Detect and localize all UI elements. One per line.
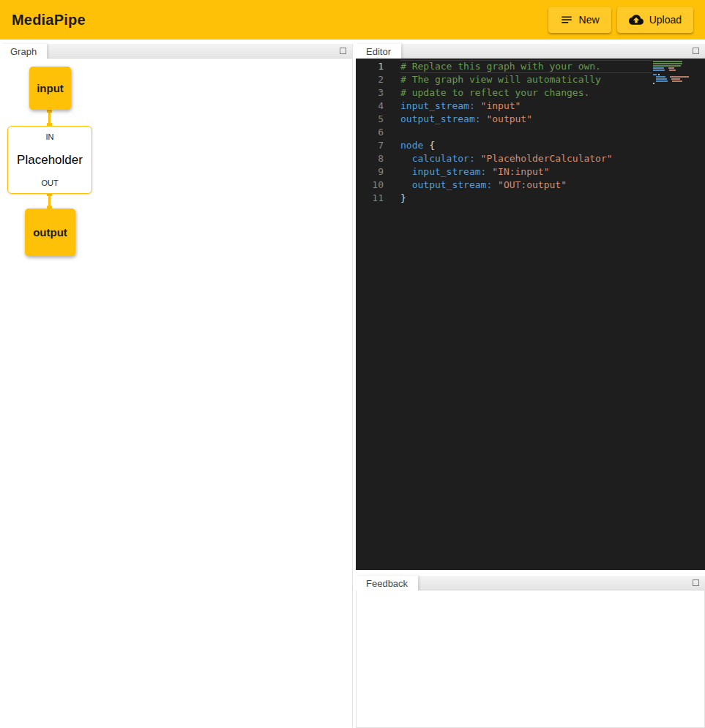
editor-tabbar: Editor: [356, 44, 705, 59]
tab-editor-label: Editor: [366, 46, 391, 57]
in-port-label: IN: [46, 132, 54, 141]
app-header: MediaPipe New Upload: [0, 0, 705, 40]
out-port-label: OUT: [41, 179, 58, 187]
minimap[interactable]: [653, 61, 694, 85]
maximize-icon[interactable]: [693, 579, 699, 586]
tab-feedback-label: Feedback: [366, 578, 408, 589]
code-line: output_stream: "OUT:output": [400, 179, 652, 192]
placeholder-node-label: Placeholder: [17, 153, 83, 168]
tab-editor[interactable]: Editor: [356, 44, 401, 59]
code-line: # Replace this graph with your own.: [400, 60, 652, 73]
mediapipe-app: MediaPipe New Upload: [0, 0, 705, 728]
new-button[interactable]: New: [548, 7, 611, 33]
code-line: input_stream: "input": [400, 100, 652, 113]
cloud-upload-icon: [629, 12, 644, 27]
maximize-icon[interactable]: [340, 48, 346, 54]
node-input-stream[interactable]: input: [29, 67, 71, 110]
code-line: input_stream: "IN:input": [400, 165, 652, 179]
code-line: [400, 126, 652, 139]
code-line: calculator: "PlaceholderCalculator": [400, 152, 652, 165]
header-actions: New Upload: [548, 7, 693, 33]
graph-panel: Graph input IN Placeholder OUT output: [0, 44, 353, 728]
new-button-label: New: [579, 14, 600, 26]
graph-canvas[interactable]: input IN Placeholder OUT output: [0, 59, 352, 728]
tab-graph[interactable]: Graph: [0, 44, 47, 59]
tab-graph-label: Graph: [10, 46, 37, 57]
code-lines[interactable]: # Replace this graph with your own.# The…: [400, 60, 652, 205]
code-line: output_stream: "output": [400, 113, 652, 126]
app-title: MediaPipe: [12, 12, 86, 29]
feedback-panel: Feedback: [356, 576, 705, 728]
feedback-content: [356, 590, 705, 728]
upload-button[interactable]: Upload: [617, 7, 693, 33]
line-numbers: 1234567891011: [356, 60, 384, 205]
node-output-label: output: [33, 226, 67, 239]
editor-panel: Editor 1234567891011 # Replace this grap…: [356, 44, 705, 570]
node-input-label: input: [37, 82, 64, 94]
notes-icon: [560, 13, 573, 26]
code-line: node {: [400, 139, 652, 152]
feedback-tabbar: Feedback: [356, 576, 705, 590]
code-line: # The graph view will automatically: [400, 73, 652, 86]
code-line: # update to reflect your changes.: [400, 86, 652, 100]
graph-tabbar: Graph: [0, 44, 352, 59]
upload-button-label: Upload: [649, 14, 682, 26]
code-line: }: [400, 192, 652, 205]
code-editor[interactable]: 1234567891011 # Replace this graph with …: [356, 59, 705, 570]
maximize-icon[interactable]: [693, 48, 699, 54]
node-output-stream[interactable]: output: [25, 209, 75, 256]
node-placeholder-calculator[interactable]: IN Placeholder OUT: [7, 126, 92, 194]
tab-feedback[interactable]: Feedback: [356, 576, 418, 590]
